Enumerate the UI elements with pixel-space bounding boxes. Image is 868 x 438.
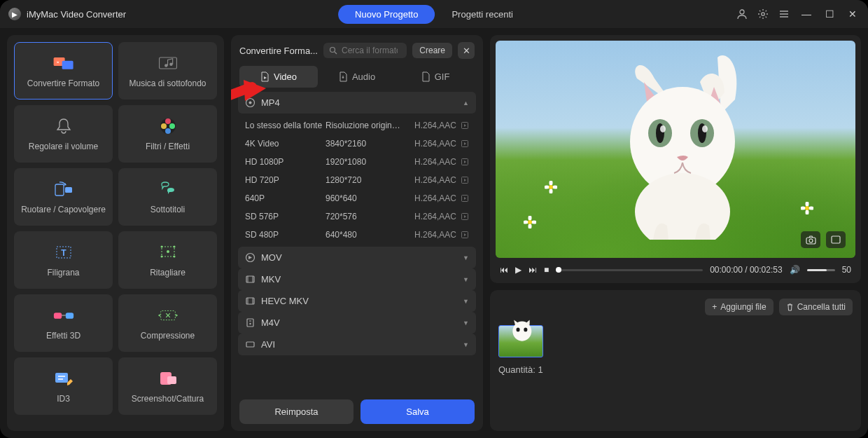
thumb-image [503,315,538,349]
svg-point-52 [531,221,536,224]
tab-new-project[interactable]: Nuovo Progetto [338,5,435,24]
svg-point-6 [169,63,172,66]
format-preset-row[interactable]: Lo stesso della fonteRisoluzione origina… [238,116,476,135]
format-group-m4v[interactable]: M4V▼ [238,312,476,334]
format-preset-row[interactable]: SD 576P720*576H.264,AAC [238,207,476,226]
tab-recent-projects[interactable]: Progetti recenti [435,5,529,24]
svg-rect-41 [247,319,253,327]
caret-down-icon: ▼ [463,254,469,261]
user-icon[interactable] [736,8,748,20]
tool-convert-format[interactable]: Convertire Formato [14,42,113,100]
reset-button[interactable]: Reimposta [239,399,354,424]
svg-point-10 [165,128,171,134]
tool-filters-effects[interactable]: Filtri / Effetti [118,105,217,163]
create-button[interactable]: Creare [412,43,452,58]
volume-value: 50 [842,265,851,275]
subtab-video[interactable]: Video [239,66,318,88]
subtitles-icon [157,179,179,199]
video-frame[interactable] [496,41,855,258]
prev-button[interactable]: ⏮ [500,265,508,275]
tool-rotate-flip[interactable]: Ruotare / Capovolgere [14,168,113,226]
format-preset-row[interactable]: SD 480P640*480H.264,AAC [238,226,476,244]
preset-codec: H.264,AAC [402,212,469,221]
play-button[interactable]: ▶ [515,265,522,275]
svg-point-53 [528,220,532,224]
tool-watermark[interactable]: T Filigrana [14,231,113,289]
panel-title: Convertire Forma... [239,46,318,56]
format-panel: Convertire Forma... Creare ✕ Video Audio [231,35,483,431]
clear-all-button[interactable]: Cancella tutti [779,299,853,315]
quantity-label: Quantità: 1 [498,364,853,375]
preset-codec: H.264,AAC [402,175,469,185]
camera-icon[interactable] [801,231,820,248]
search-icon [329,46,337,55]
tool-id3[interactable]: ID3 [14,357,113,415]
seek-bar[interactable] [556,269,703,271]
tool-background-music[interactable]: Musica di sottofondo [118,42,217,100]
preset-resolution: Risoluzione originale [326,121,402,130]
app-title: iMyMac Video Converter [27,9,126,20]
tool-label: Convertire Formato [27,78,99,88]
next-button[interactable]: ⏭ [528,265,537,275]
svg-point-11 [161,123,167,129]
flower-icon [524,216,536,228]
flower-icon [801,202,813,214]
edit-icon[interactable] [461,121,469,130]
format-group-avi[interactable]: AVI▼ [238,334,476,355]
stop-button[interactable]: ■ [544,265,549,275]
glasses-3d-icon [52,306,75,325]
tool-adjust-volume[interactable]: Regolare il volume [14,105,113,163]
volume-slider[interactable] [807,269,835,271]
tool-subtitles[interactable]: Sottotitoli [118,168,217,226]
gear-icon[interactable] [757,8,769,20]
svg-point-54 [806,202,809,207]
format-group-mov[interactable]: MOV▼ [238,247,476,268]
app-icon: ▶ [8,8,21,20]
edit-icon[interactable] [461,231,469,239]
flower-icon [545,181,557,193]
panel-close-button[interactable]: ✕ [458,42,475,59]
close-button[interactable]: ✕ [846,8,860,20]
subtab-gif[interactable]: GIF [396,66,475,88]
tool-3d-effects[interactable]: Effetti 3D [14,294,113,352]
format-preset-row[interactable]: 4K Video3840*2160H.264,AAC [238,135,476,153]
edit-icon[interactable] [461,212,469,221]
edit-icon[interactable] [461,194,469,203]
fullscreen-icon[interactable] [826,231,846,248]
tool-compression[interactable]: Compressione [118,294,217,352]
tool-label: Regolare il volume [29,142,98,151]
format-icon [245,274,255,285]
caret-down-icon: ▼ [463,320,469,327]
format-search[interactable] [323,43,407,58]
format-group-mkv[interactable]: MKV▼ [238,268,476,290]
edit-icon[interactable] [461,139,469,148]
save-button[interactable]: Salva [360,399,475,424]
menu-icon[interactable] [778,8,790,20]
volume-icon[interactable]: 🔊 [790,265,800,275]
svg-rect-13 [65,187,72,193]
tool-screenshot-capture[interactable]: Screenshot/Cattura [118,357,217,415]
tool-crop[interactable]: Ritagliare [118,231,217,289]
color-wheel-icon [157,116,179,136]
svg-rect-69 [832,236,840,243]
subtab-audio[interactable]: Audio [318,66,396,88]
video-preview: ⏮ ▶ ⏭ ■ 00:00:00 / 00:02:53 🔊 50 [490,35,861,283]
format-group-mp4[interactable]: MP4 ▲ [238,92,476,114]
edit-icon[interactable] [461,158,469,166]
edit-icon[interactable] [461,176,469,184]
minimize-button[interactable]: — [799,8,814,20]
add-file-button[interactable]: +Aggiungi file [705,299,773,315]
maximize-button[interactable]: ☐ [822,8,837,20]
format-list: MP4 ▲ Lo stesso della fonteRisoluzione o… [231,88,483,392]
format-search-input[interactable] [342,46,398,55]
tool-label: ID3 [57,394,70,404]
file-thumbnail[interactable] [498,325,543,357]
svg-point-49 [528,216,532,221]
format-preset-row[interactable]: 640P960*640H.264,AAC [238,189,476,207]
tool-label: Filtri / Effetti [146,142,190,151]
format-group-hevc-mkv[interactable]: HEVC MKV▼ [238,290,476,312]
format-preset-row[interactable]: HD 720P1280*720H.264,AAC [238,171,476,189]
format-preset-row[interactable]: HD 1080P1920*1080H.264,AAC [238,153,476,171]
svg-point-0 [740,10,744,14]
compression-icon [157,306,179,325]
